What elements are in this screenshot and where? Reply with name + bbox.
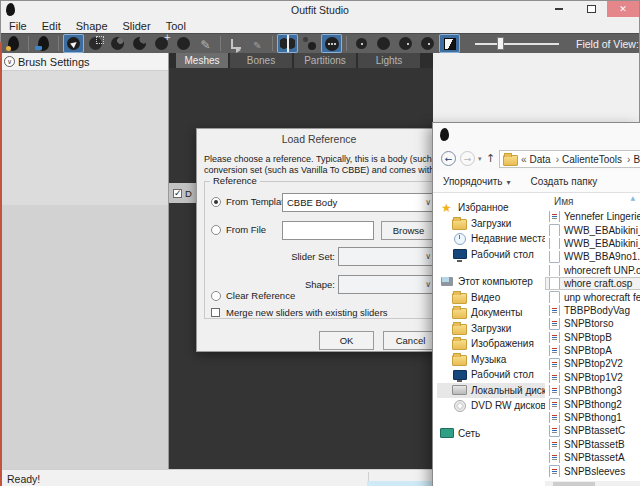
horizontal-scrollbar[interactable]: [545, 481, 640, 486]
inflate-brush-button[interactable]: [107, 34, 128, 53]
file-row[interactable]: SNPBtorso: [545, 317, 640, 330]
tree-item[interactable]: Загрузки: [437, 321, 545, 337]
tree-item[interactable]: DVD RW дисковод (: [437, 398, 545, 414]
deflate-brush-button[interactable]: [129, 34, 150, 53]
close-button[interactable]: ✕: [607, 1, 639, 17]
file-row[interactable]: WWB_EBAbikini_2.osp: [545, 237, 640, 250]
file-row[interactable]: TBBPBodyVag: [545, 304, 640, 317]
crumb-data[interactable]: Data: [530, 154, 559, 165]
toolbar-separator-1-button[interactable]: [25, 34, 32, 53]
load-outfit-button[interactable]: [33, 34, 54, 53]
crumb-calientetools[interactable]: CalienteTools: [562, 154, 630, 165]
brush-focus-button[interactable]: [417, 34, 438, 53]
tab-lights[interactable]: Lights: [358, 53, 420, 68]
menu-shape[interactable]: Shape: [76, 20, 108, 32]
tree-item[interactable]: Недавние места: [437, 231, 545, 247]
slider-set-combobox[interactable]: [338, 247, 435, 266]
maximize-button[interactable]: [577, 1, 605, 17]
shape-combobox[interactable]: [338, 275, 435, 294]
file-row[interactable]: unp whorecraft feet.os: [545, 290, 640, 303]
file-row[interactable]: Yennefer Lingerie: [545, 210, 640, 223]
file-row[interactable]: SNPBtassetA: [545, 451, 640, 464]
file-row[interactable]: SNPBthong1: [545, 411, 640, 424]
perspective-toggle-button[interactable]: [439, 34, 460, 53]
toolbar-separator-4-button[interactable]: [269, 34, 276, 53]
name-column-header[interactable]: Имя: [554, 196, 573, 207]
mesh-list-stub[interactable]: D: [169, 183, 197, 203]
file-row[interactable]: SNPBsleeves: [545, 464, 640, 477]
mesh-visibility-checkbox[interactable]: [173, 189, 182, 198]
scrollbar-thumb[interactable]: [553, 482, 595, 486]
crumb-body[interactable]: Body: [633, 154, 640, 165]
tree-item[interactable]: Избранное: [437, 200, 545, 216]
paint-brush-button[interactable]: [195, 34, 216, 53]
toolbar-separator-5-button[interactable]: [343, 34, 350, 53]
menu-tool[interactable]: Tool: [166, 20, 186, 32]
file-path-input[interactable]: [282, 221, 374, 240]
cancel-button[interactable]: Cancel: [383, 331, 438, 350]
file-row[interactable]: SNPBtassetB: [545, 438, 640, 451]
file-row[interactable]: whore craft.osp: [545, 277, 640, 290]
file-row[interactable]: SNPBtopB: [545, 331, 640, 344]
tree-item[interactable]: Рабочий стол: [437, 367, 545, 383]
tree-item[interactable]: Документы: [437, 305, 545, 321]
move-brush-button[interactable]: [151, 34, 172, 53]
tab-bones[interactable]: Bones: [230, 53, 292, 68]
brush-settings-header[interactable]: ∨ Brush Settings: [1, 53, 168, 71]
transform-tool-button[interactable]: [225, 34, 246, 53]
tree-item[interactable]: [437, 262, 545, 274]
minimize-button[interactable]: [545, 1, 573, 17]
field-of-view-slider[interactable]: [475, 37, 559, 50]
tree-item[interactable]: Изображения: [437, 336, 545, 352]
tab-meshes[interactable]: Meshes: [176, 53, 228, 68]
file-row[interactable]: SNPBtassetC: [545, 424, 640, 437]
address-bar[interactable]: « Data CalienteTools Body: [499, 150, 640, 168]
mask-brush-button[interactable]: [63, 34, 84, 53]
tree-item[interactable]: Локальный диск (C: [437, 383, 545, 399]
merge-sliders-checkbox[interactable]: [211, 308, 220, 317]
ok-button[interactable]: OK: [319, 331, 374, 350]
from-file-radio[interactable]: [211, 225, 221, 235]
tree-item[interactable]: Загрузки: [437, 216, 545, 232]
tree-item[interactable]: [437, 414, 545, 426]
menu-file[interactable]: File: [9, 20, 27, 32]
load-project-button[interactable]: [3, 34, 24, 53]
file-row[interactable]: WWB_BBA9no1.osp: [545, 250, 640, 263]
pivot-tool-button[interactable]: [247, 34, 268, 53]
file-row[interactable]: SNPBtopA: [545, 344, 640, 357]
tree-item[interactable]: Этот компьютер: [437, 274, 545, 290]
from-template-radio[interactable]: [211, 197, 221, 207]
browse-button[interactable]: Browse: [381, 221, 436, 240]
tab-partitions[interactable]: Partitions: [294, 53, 356, 68]
organize-button[interactable]: Упорядочить: [443, 176, 511, 187]
menu-edit[interactable]: Edit: [42, 20, 61, 32]
tree-item[interactable]: Музыка: [437, 352, 545, 368]
toolbar-separator-3-button[interactable]: [217, 34, 224, 53]
tree-item[interactable]: Рабочий стол: [437, 247, 545, 263]
sort-ascending-icon[interactable]: ▲: [630, 194, 635, 201]
connected-only-toggle-button[interactable]: [321, 34, 342, 53]
forward-button[interactable]: →: [460, 151, 475, 166]
brush-strength-button[interactable]: [395, 34, 416, 53]
two-spheres-tool-button[interactable]: [299, 34, 320, 53]
file-row[interactable]: whorecreft UNP.osp: [545, 264, 640, 277]
tree-item[interactable]: Видео: [437, 290, 545, 306]
menu-slider[interactable]: Slider: [123, 20, 151, 32]
brush-size-large-button[interactable]: [373, 34, 394, 53]
up-button[interactable]: ↑: [486, 152, 495, 165]
clear-reference-radio[interactable]: [211, 291, 221, 301]
x-mirror-toggle-button[interactable]: [277, 34, 298, 53]
slider-handle[interactable]: [497, 37, 504, 50]
history-dropdown-icon[interactable]: ▾: [478, 155, 482, 163]
new-folder-button[interactable]: Создать папку: [531, 176, 598, 187]
tree-item[interactable]: Сеть: [437, 426, 545, 442]
toolbar-separator-2-button[interactable]: [55, 34, 62, 53]
template-combobox[interactable]: CBBE Body: [282, 193, 435, 212]
smooth-brush-button[interactable]: [173, 34, 194, 53]
breadcrumb-overflow-chevron[interactable]: «: [521, 154, 527, 165]
file-row[interactable]: WWB_EBAbikini_3.osp: [545, 223, 640, 236]
file-row[interactable]: SNPBtop2V2: [545, 357, 640, 370]
file-row[interactable]: SNPBthong3: [545, 384, 640, 397]
file-row[interactable]: SNPBtop1V2: [545, 371, 640, 384]
file-row[interactable]: SNPBthong2: [545, 397, 640, 410]
